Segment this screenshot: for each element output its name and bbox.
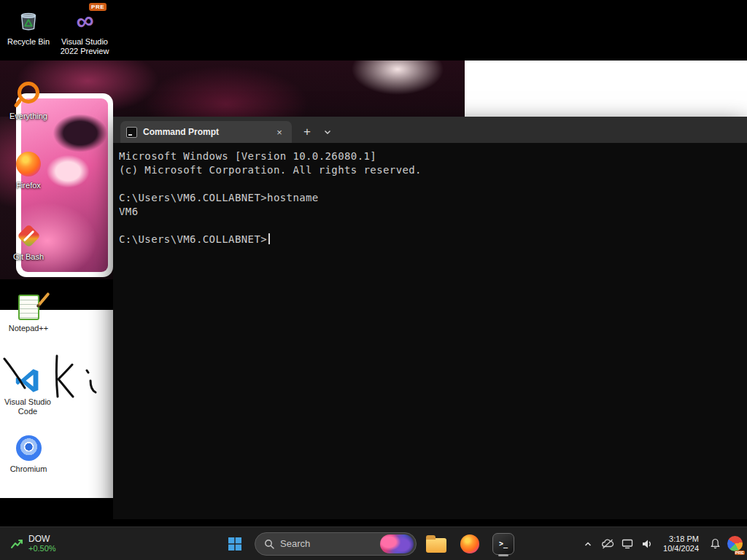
widgets-button[interactable]: DOW +0.50% [3,527,63,560]
desktop: Recycle Bin ∞ PRE Visual Studio 2022 Pre… [0,0,747,560]
clock[interactable]: 3:18 PM 10/4/2024 [657,534,705,553]
desktop-icon-label: Git Bash [1,252,56,262]
network-icon[interactable] [618,532,637,556]
terminal-tab-bar[interactable]: Command Prompt × + [113,117,747,143]
desktop-icon-firefox[interactable]: Firefox [1,149,56,190]
folder-icon [426,538,446,553]
close-tab-button[interactable]: × [273,125,286,139]
visual-studio-icon: ∞ PRE [57,6,112,35]
git-bash-icon [1,221,56,250]
tray-app-pre-icon[interactable]: PRE [725,532,744,556]
desktop-icon-visual-studio[interactable]: ∞ PRE Visual Studio 2022 Preview [57,6,112,56]
terminal-prompt-line: C:\Users\VM6.COLLABNET> [119,233,741,247]
desktop-icon-label: Chromium [1,464,56,474]
desktop-icon-vscode[interactable]: Visual Studio Code [0,366,55,416]
vscode-icon [0,366,55,395]
tray-time: 3:18 PM [663,534,699,544]
stock-widget-text: DOW +0.50% [28,534,56,553]
desktop-icon-notepad-plus-plus[interactable]: Notepad++ [1,292,56,333]
desktop-icon-recycle-bin[interactable]: Recycle Bin [1,6,56,47]
new-tab-button[interactable]: + [298,122,317,141]
colorful-app-icon [727,536,743,551]
onedrive-icon[interactable] [598,532,617,556]
desktop-icon-label: Visual Studio 2022 Preview [57,37,112,56]
terminal-output[interactable]: Microsoft Windows [Version 10.0.26080.1]… [113,143,747,519]
firefox-icon [1,149,56,179]
cmd-icon [126,127,137,138]
chevron-down-icon [323,128,332,136]
stock-change: +0.50% [28,544,56,553]
desktop-icon-git-bash[interactable]: Git Bash [1,221,56,262]
tab-title: Command Prompt [143,127,267,137]
terminal-line: VM6 [119,206,741,219]
taskbar: DOW +0.50% Search [0,526,747,560]
terminal-line [119,219,741,233]
running-app-indicator [498,554,508,556]
terminal-taskbar-button[interactable] [489,530,517,558]
notification-bell-icon[interactable] [705,532,724,556]
background-window-region [465,61,747,117]
pre-badge: PRE [89,3,107,11]
desktop-icon-label: Recycle Bin [1,37,56,47]
pre-badge: PRE [735,551,745,555]
desktop-icon-everything[interactable]: Everything [1,80,56,121]
everything-search-icon [1,80,56,109]
stock-ticker: DOW [28,534,56,544]
terminal-cursor [268,233,270,244]
taskbar-center: Search [221,527,517,560]
terminal-line: Microsoft Windows [Version 10.0.26080.1] [119,150,741,164]
tray-date: 10/4/2024 [663,544,699,553]
volume-icon[interactable] [638,532,657,556]
terminal-line: C:\Users\VM6.COLLABNET>hostname [119,192,741,206]
terminal-window: Command Prompt × + Microsoft Windows [Ve… [113,117,747,519]
stock-trend-icon [10,537,23,551]
search-box[interactable]: Search [255,532,417,556]
tab-dropdown-button[interactable] [318,122,337,141]
recycle-bin-icon [1,6,56,35]
chromium-icon [1,433,56,462]
windows-logo-icon [228,537,241,551]
terminal-line [119,178,741,192]
tab-command-prompt[interactable]: Command Prompt × [120,121,292,143]
firefox-taskbar-button[interactable] [456,530,484,558]
system-tray: 3:18 PM 10/4/2024 PRE [578,527,744,560]
terminal-line: (c) Microsoft Corporation. All rights re… [119,164,741,178]
tray-chevron-icon[interactable] [578,532,597,556]
terminal-prompt: C:\Users\VM6.COLLABNET> [119,233,267,245]
desktop-icon-label: Visual Studio Code [0,397,55,416]
desktop-icon-label: Everything [1,112,56,121]
desktop-icon-chromium[interactable]: Chromium [1,433,56,474]
search-placeholder: Search [280,538,310,549]
search-icon [264,539,274,549]
file-explorer-button[interactable] [422,530,450,558]
desktop-icon-label: Firefox [1,181,56,190]
search-highlight-image[interactable] [380,534,414,553]
terminal-icon [492,533,514,555]
start-button[interactable] [221,530,249,558]
desktop-icon-label: Notepad++ [1,324,56,333]
firefox-icon [460,534,479,553]
notepad-plus-plus-icon [1,292,56,322]
